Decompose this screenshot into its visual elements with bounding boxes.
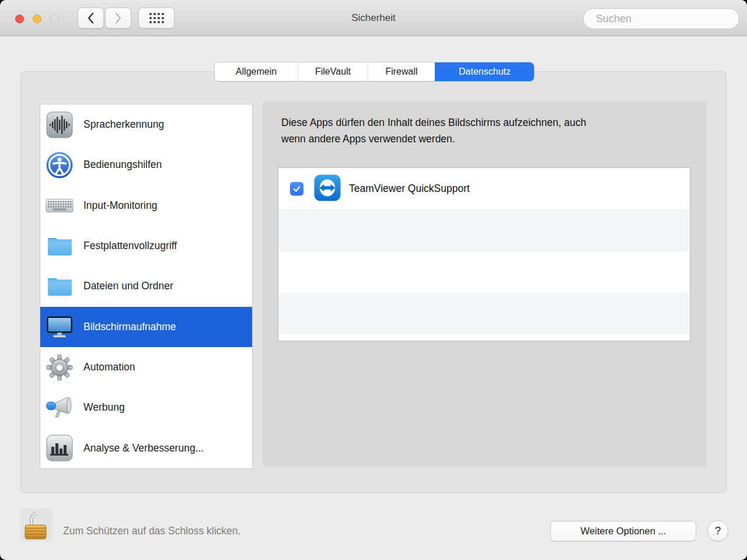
lock-hint-text: Zum Schützen auf das Schloss klicken. xyxy=(63,525,240,537)
folder-icon xyxy=(46,272,74,300)
sidebar-item-label: Spracherkennung xyxy=(83,118,164,131)
back-button[interactable] xyxy=(78,8,104,29)
app-row-teamviewer[interactable]: TeamViewer QuickSupport xyxy=(278,168,690,210)
folder-icon xyxy=(46,232,74,260)
sidebar-item-label: Festplattenvollzugriff xyxy=(83,240,177,252)
sidebar-item-label: Analyse & Verbesserung... xyxy=(83,442,204,454)
display-icon xyxy=(46,313,74,341)
titlebar: Sicherheit xyxy=(0,0,747,36)
app-list-empty-row xyxy=(278,334,690,341)
sidebar-item-label: Automation xyxy=(83,361,135,373)
pane-description: Diese Apps dürfen den Inhalt deines Bild… xyxy=(281,115,696,147)
show-all-button[interactable] xyxy=(138,8,174,29)
accessibility-icon xyxy=(46,151,74,179)
teamviewer-icon xyxy=(314,174,341,204)
grid-icon xyxy=(149,13,164,23)
sidebar-item-bildschirmaufnahme[interactable]: Bildschirmaufnahme xyxy=(40,307,252,347)
chevron-right-icon xyxy=(114,12,122,24)
sidebar-item-label: Bedienungshilfen xyxy=(83,159,162,171)
lock-button[interactable] xyxy=(20,508,53,542)
bar-chart-icon xyxy=(46,434,74,462)
sidebar-item-label: Input-Monitoring xyxy=(83,200,157,212)
gear-icon xyxy=(46,354,74,382)
tab-bar: Allgemein FileVault Firewall Datenschutz xyxy=(215,62,534,81)
app-list: TeamViewer QuickSupport xyxy=(278,167,690,341)
sidebar-item-label: Werbung xyxy=(83,401,125,414)
megaphone-icon xyxy=(46,394,74,422)
sidebar-item-spracherkennung[interactable]: Spracherkennung xyxy=(40,104,252,145)
sidebar-item-festplattenvollzugriff[interactable]: Festplattenvollzugriff xyxy=(40,226,252,266)
forward-button[interactable] xyxy=(105,8,131,29)
minimize-button[interactable] xyxy=(33,15,41,23)
sidebar-item-analyse-verbesserung[interactable]: Analyse & Verbesserung... xyxy=(40,428,252,468)
sidebar-item-label: Dateien und Ordner xyxy=(83,280,173,292)
app-name: TeamViewer QuickSupport xyxy=(349,183,470,195)
waveform-icon xyxy=(46,111,74,139)
app-list-empty-row xyxy=(278,210,690,251)
sidebar-item-label: Bildschirmaufnahme xyxy=(83,321,176,333)
system-preferences-window: Sicherheit Allgemein FileVault Firewall … xyxy=(0,0,747,560)
chevron-left-icon xyxy=(87,12,95,24)
close-button[interactable] xyxy=(15,15,24,23)
search-field[interactable] xyxy=(583,8,739,29)
tab-firewall[interactable]: Firewall xyxy=(368,62,435,81)
sidebar-item-automation[interactable]: Automation xyxy=(40,347,252,387)
keyboard-icon xyxy=(46,191,74,219)
tab-datenschutz[interactable]: Datenschutz xyxy=(435,62,534,81)
app-list-empty-row xyxy=(278,251,690,293)
sidebar-item-input-monitoring[interactable]: Input-Monitoring xyxy=(40,186,252,226)
privacy-sidebar: Spracherkennung Bedienungshilfen xyxy=(40,104,253,469)
pane-description-line2: wenn andere Apps verwendet werden. xyxy=(281,131,696,148)
tab-allgemein[interactable]: Allgemein xyxy=(215,62,298,81)
app-list-empty-row xyxy=(278,293,690,334)
search-input[interactable] xyxy=(595,12,732,26)
unlocked-padlock-icon xyxy=(22,510,51,540)
sidebar-item-bedienungshilfen[interactable]: Bedienungshilfen xyxy=(40,145,252,185)
sidebar-item-dateien-und-ordner[interactable]: Dateien und Ordner xyxy=(40,266,252,306)
help-button[interactable]: ? xyxy=(707,520,728,541)
app-checkbox[interactable] xyxy=(290,182,303,195)
zoom-button xyxy=(50,15,59,23)
pane-description-line1: Diese Apps dürfen den Inhalt deines Bild… xyxy=(281,115,696,131)
more-options-button[interactable]: Weitere Optionen ... xyxy=(550,521,696,541)
sidebar-item-werbung[interactable]: Werbung xyxy=(40,387,252,428)
tab-filevault[interactable]: FileVault xyxy=(298,62,368,81)
checkmark-icon xyxy=(292,184,302,194)
